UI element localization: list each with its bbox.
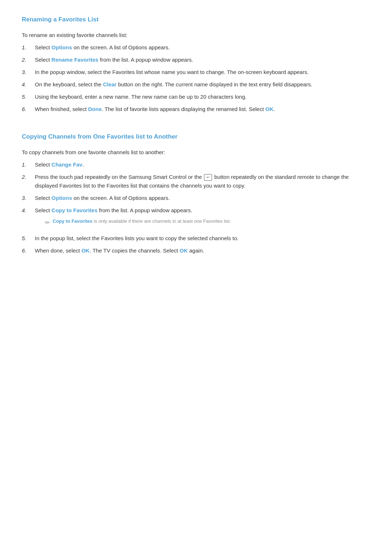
section2-intro: To copy channels from one favorite chann…	[22, 148, 370, 157]
list-item: When done, select OK. The TV copies the …	[22, 246, 370, 255]
list-item: Select Change Fav.	[22, 160, 370, 169]
remote-button-icon: ↩	[204, 174, 212, 181]
step4-before: On the keyboard, select the	[35, 81, 103, 87]
s2-step6-ok1: OK	[81, 247, 90, 254]
step6-done: Done	[88, 106, 102, 112]
section2-steps: Select Change Fav. Press the touch pad r…	[22, 160, 370, 255]
s2-step6-content: When done, select OK. The TV copies the …	[35, 246, 370, 255]
list-item: Using the keyboard, enter a new name. Th…	[22, 93, 370, 101]
list-item: Press the touch pad repeatedly on the Sa…	[22, 173, 370, 190]
s2-step3-after: on the screen. A list of Options appears…	[72, 195, 170, 201]
s2-step2-before: Press the touch pad repeatedly on the Sa…	[35, 174, 203, 180]
s2-step6-end: again.	[188, 247, 204, 254]
list-item: In the popup list, select the Favorites …	[22, 234, 370, 243]
step3-text: In the popup window, select the Favorite…	[35, 69, 309, 75]
step2-highlight: Rename Favorites	[52, 57, 98, 63]
note-content: Copy to Favorites is only available if t…	[53, 218, 231, 225]
s2-step5-text: In the popup list, select the Favorites …	[35, 235, 238, 241]
s2-step3-content: Select Options on the screen. A list of …	[35, 194, 370, 202]
s2-step4-after: from the list. A popup window appears.	[98, 207, 192, 213]
s2-step5-content: In the popup list, select the Favorites …	[35, 234, 370, 243]
section1-steps: Select Options on the screen. A list of …	[22, 43, 370, 114]
step6-middle: . The list of favorite lists appears dis…	[102, 106, 265, 112]
s2-step3-before: Select	[35, 195, 52, 201]
s2-step6-middle: . The TV copies the channels. Select	[90, 247, 180, 254]
step5-content: Using the keyboard, enter a new name. Th…	[35, 93, 370, 101]
step4-highlight: Clear	[103, 81, 117, 87]
step2-before: Select	[35, 57, 52, 63]
section-copying: Copying Channels from One Favorites list…	[22, 132, 370, 255]
s2-step1-after: .	[82, 161, 84, 168]
step6-end: .	[274, 106, 275, 112]
section-renaming: Renaming a Favorites List To rename an e…	[22, 15, 370, 114]
s2-step4-highlight: Copy to Favorites	[52, 207, 98, 213]
note-box: ✏ Copy to Favorites is only available if…	[45, 218, 370, 227]
list-item: Select Options on the screen. A list of …	[22, 194, 370, 202]
s2-step1-highlight: Change Fav	[52, 161, 82, 168]
step1-content: Select Options on the screen. A list of …	[35, 43, 370, 52]
step6-ok: OK	[265, 106, 274, 112]
note-pencil-icon: ✏	[45, 218, 50, 227]
s2-step1-before: Select	[35, 161, 52, 168]
s2-step4-before: Select	[35, 207, 52, 213]
list-item: Select Copy to Favorites from the list. …	[22, 206, 370, 230]
list-item: Select Options on the screen. A list of …	[22, 43, 370, 52]
list-item: In the popup window, select the Favorite…	[22, 68, 370, 77]
section1-intro: To rename an existing favorite channels …	[22, 31, 370, 40]
s2-step1-content: Select Change Fav.	[35, 160, 370, 169]
s2-step4-content: Select Copy to Favorites from the list. …	[35, 206, 370, 230]
s2-step6-ok2: OK	[180, 247, 188, 254]
note-text-after: is only available if there are channels …	[93, 218, 231, 224]
note-highlight: Copy to Favorites	[53, 218, 93, 224]
list-item: On the keyboard, select the Clear button…	[22, 80, 370, 89]
step6-content: When finished, select Done. The list of …	[35, 105, 370, 114]
step5-text: Using the keyboard, enter a new name. Th…	[35, 94, 246, 100]
list-item: When finished, select Done. The list of …	[22, 105, 370, 114]
step2-after: from the list. A popup window appears.	[98, 57, 193, 63]
step4-after: button on the right. The current name di…	[117, 81, 312, 87]
section1-title: Renaming a Favorites List	[22, 15, 370, 26]
s2-step6-before: When done, select	[35, 247, 81, 254]
step1-highlight: Options	[52, 44, 72, 50]
section2-title: Copying Channels from One Favorites list…	[22, 132, 370, 143]
step4-content: On the keyboard, select the Clear button…	[35, 80, 370, 89]
s2-step3-highlight: Options	[52, 195, 72, 201]
step6-before: When finished, select	[35, 106, 88, 112]
step3-content: In the popup window, select the Favorite…	[35, 68, 370, 77]
list-item: Select Rename Favorites from the list. A…	[22, 56, 370, 64]
step1-before: Select	[35, 44, 52, 50]
step2-content: Select Rename Favorites from the list. A…	[35, 56, 370, 64]
step1-after: on the screen. A list of Options appears…	[72, 44, 170, 50]
s2-step2-content: Press the touch pad repeatedly on the Sa…	[35, 173, 370, 190]
